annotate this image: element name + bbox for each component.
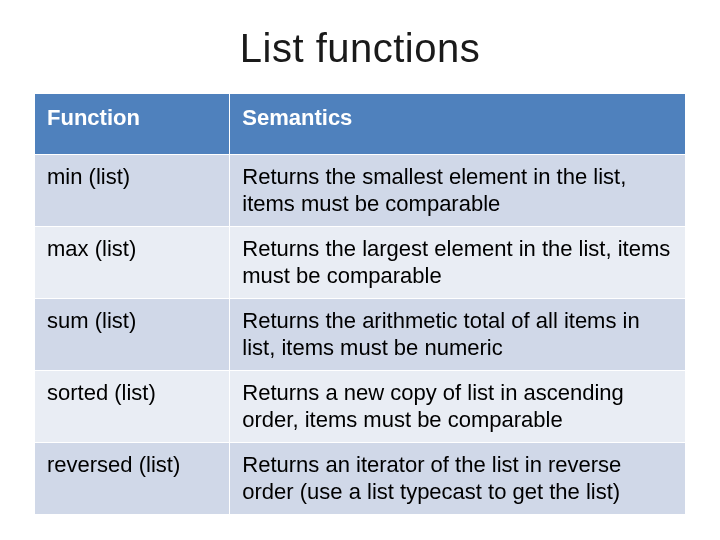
table-header-row: Function Semantics: [35, 94, 686, 155]
cell-semantics: Returns the arithmetic total of all item…: [230, 298, 686, 370]
cell-function: min (list): [35, 154, 230, 226]
table-row: reversed (list) Returns an iterator of t…: [35, 442, 686, 514]
col-header-semantics: Semantics: [230, 94, 686, 155]
page-title: List functions: [34, 26, 686, 71]
cell-semantics: Returns the smallest element in the list…: [230, 154, 686, 226]
cell-semantics: Returns an iterator of the list in rever…: [230, 442, 686, 514]
table-row: sum (list) Returns the arithmetic total …: [35, 298, 686, 370]
table-row: sorted (list) Returns a new copy of list…: [35, 370, 686, 442]
table-row: min (list) Returns the smallest element …: [35, 154, 686, 226]
table-row: max (list) Returns the largest element i…: [35, 226, 686, 298]
cell-function: sorted (list): [35, 370, 230, 442]
cell-semantics: Returns a new copy of list in ascending …: [230, 370, 686, 442]
col-header-function: Function: [35, 94, 230, 155]
functions-table: Function Semantics min (list) Returns th…: [34, 93, 686, 515]
cell-semantics: Returns the largest element in the list,…: [230, 226, 686, 298]
cell-function: sum (list): [35, 298, 230, 370]
slide: List functions Function Semantics min (l…: [0, 0, 720, 540]
cell-function: max (list): [35, 226, 230, 298]
cell-function: reversed (list): [35, 442, 230, 514]
